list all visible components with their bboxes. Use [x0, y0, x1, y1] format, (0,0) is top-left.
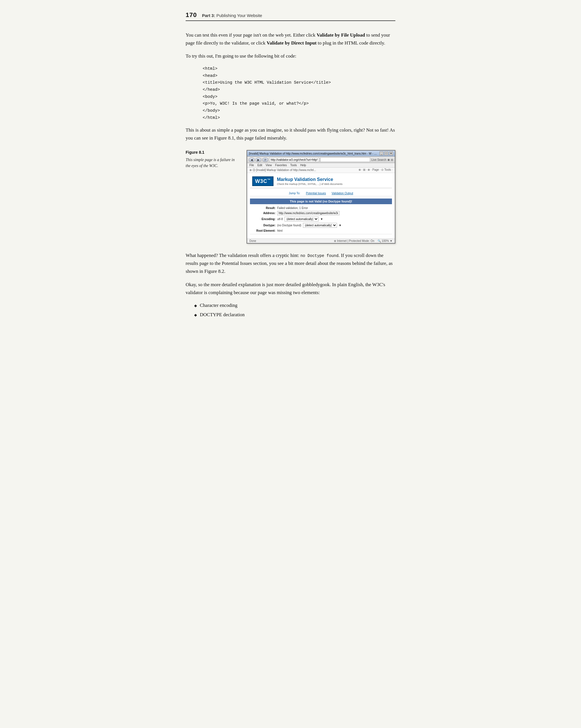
browser-window: [Invalid] Markup Validation of http://ww…: [247, 150, 395, 243]
zoom-dropdown-icon[interactable]: ▼: [390, 239, 392, 242]
browser-titlebar: [Invalid] Markup Validation of http://ww…: [247, 151, 395, 157]
figure-area: Figure 8.1 This simple page is a failure…: [186, 150, 395, 243]
code-line-1: <html>: [203, 65, 395, 72]
bullet-text-2: DOCTYPE declaration: [200, 311, 245, 318]
page-icon[interactable]: ⊕: [387, 158, 390, 161]
close-button[interactable]: ✕: [389, 152, 393, 155]
doctype-select[interactable]: (detect automatically): [303, 223, 337, 228]
browser-menubar: File Edit View Favorites Tools Help: [247, 163, 395, 167]
menu-edit[interactable]: Edit: [257, 164, 262, 167]
result-value: Failed validation, 1 Error: [277, 206, 308, 210]
try-paragraph: To try this out, I'm going to use the fo…: [186, 52, 395, 60]
root-label: Root Element:: [250, 229, 275, 232]
menu-tools[interactable]: Tools: [290, 164, 297, 167]
statusbar-right: ⊕ Internet | Protected Mode: On 🔍 100% ▼: [334, 239, 392, 242]
browser-toolbar: ◀ ▶ ⟳ Live Search ⊕ ⊙: [247, 157, 395, 163]
w3c-result-bar: This page is not Valid (no Doctype found…: [250, 199, 392, 204]
w3c-service-sub: Check the markup (HTML, XHTML, ...) of W…: [277, 183, 342, 185]
bold-validate-direct: Validate by Direct Input: [267, 40, 316, 46]
jump-to-label: Jump To:: [289, 192, 300, 195]
intro-paragraph: You can test this even if your page isn'…: [186, 31, 395, 47]
figure-label-col: Figure 8.1 This simple page is a failure…: [186, 150, 238, 169]
w3c-service-info: Markup Validation Service Check the mark…: [277, 177, 342, 185]
doctype-row: Doctype: (no Doctype found) (detect auto…: [250, 223, 392, 228]
what-happened-paragraph: What happened? The validation result off…: [186, 252, 395, 276]
figure-label: Figure 8.1: [186, 150, 238, 155]
diamond-icon-1: ◆: [194, 303, 197, 309]
code-block: <html> <head> <title>Using the W3C HTML …: [203, 65, 395, 121]
browser-statusbar: Done ⊕ Internet | Protected Mode: On 🔍 1…: [247, 238, 395, 243]
doctype-value: (no Doctype found): [277, 224, 301, 227]
menu-help[interactable]: Help: [300, 164, 306, 167]
code-line-2: <head>: [203, 72, 395, 79]
doctype-dropdown-icon: ▼: [339, 224, 341, 227]
browser-title-text: [Invalid] Markup Validation of http://ww…: [249, 152, 378, 155]
encoding-value: utf-8: [277, 217, 283, 220]
w3c-logo: W3C™: [252, 176, 274, 186]
w3c-nav: Jump To: Potential Issues Validation Out…: [250, 190, 392, 196]
encoding-label: Encoding:: [250, 217, 275, 220]
address-bar[interactable]: [269, 157, 319, 162]
maximize-button[interactable]: □: [384, 152, 388, 155]
code-line-4: </head>: [203, 86, 395, 93]
zoom-level: 🔍 100%: [378, 239, 389, 242]
bold-validate-file: Validate by File Upload: [316, 32, 365, 38]
okay-paragraph: Okay, so the more detailed explanation i…: [186, 281, 395, 297]
inline-code-hint: no Doctype found: [300, 254, 338, 258]
what-happened-text-1: What happened? The validation result off…: [186, 253, 299, 258]
after-code-paragraph: This is about as simple a page as you ca…: [186, 126, 395, 142]
address-row: Address:: [250, 211, 392, 215]
code-line-8: </html>: [203, 114, 395, 121]
code-line-3: <title>Using the W3C HTML Validation Ser…: [203, 79, 395, 86]
nav-validation-output[interactable]: Validation Output: [332, 192, 353, 195]
titlebar-buttons: _ □ ✕: [380, 152, 393, 155]
browser-secondary-bar: ⊕ Ⓓ [Invalid] Markup Validation of http:…: [247, 167, 395, 173]
page-header: 170 Part 3: Publishing Your Website: [186, 11, 395, 21]
root-value: html: [277, 229, 282, 232]
w3c-content: W3C™ Markup Validation Service Check the…: [247, 173, 395, 238]
list-item-1: ◆ Character encoding: [194, 302, 395, 309]
forward-button[interactable]: ▶: [256, 158, 261, 162]
back-button[interactable]: ◀: [249, 158, 254, 162]
diamond-icon-2: ◆: [194, 312, 197, 318]
browser-right-icons: ⊕ ⊙: [387, 158, 393, 161]
secondary-bar-text: ⊕ Ⓓ [Invalid] Markup Validation of http:…: [249, 168, 316, 172]
result-row: Result: Failed validation, 1 Error: [250, 206, 392, 210]
root-row: Root Element: html: [250, 229, 392, 232]
menu-file[interactable]: File: [249, 164, 254, 167]
part-title: Publishing Your Website: [216, 13, 262, 18]
encoding-dropdown-icon: ▼: [320, 217, 323, 220]
statusbar-done: Done: [249, 239, 256, 242]
code-line-6: <p>Yo, W3C! Is the page valid, or what?<…: [203, 100, 395, 107]
live-search-label: Live Search: [371, 158, 386, 161]
page-number: 170: [186, 11, 197, 19]
encoding-row: Encoding: utf-8 (detect automatically) ▼: [250, 217, 392, 222]
menu-view[interactable]: View: [266, 164, 272, 167]
result-label: Result:: [250, 206, 275, 210]
refresh-button[interactable]: ⟳: [262, 158, 268, 162]
bullet-list: ◆ Character encoding ◆ DOCTYPE declarati…: [194, 302, 395, 318]
doctype-label: Doctype:: [250, 224, 275, 227]
list-item-2: ◆ DOCTYPE declaration: [194, 311, 395, 318]
w3c-header: W3C™ Markup Validation Service Check the…: [250, 175, 392, 188]
tools-icon[interactable]: ⊙: [391, 158, 393, 161]
search-input[interactable]: [320, 157, 370, 162]
menu-favorites[interactable]: Favorites: [275, 164, 287, 167]
encoding-select[interactable]: (detect automatically): [284, 217, 319, 222]
right-icons-text: ⊕ · ⊞ · ⊕ · Page · ⊙ Tools ·: [359, 168, 392, 171]
nav-potential-issues[interactable]: Potential Issues: [306, 192, 326, 195]
bullet-text-1: Character encoding: [200, 302, 238, 309]
address-label: Address:: [250, 212, 275, 215]
code-line-7: </body>: [203, 107, 395, 114]
w3c-service-title: Markup Validation Service: [277, 177, 342, 182]
minimize-button[interactable]: _: [380, 152, 384, 155]
address-field[interactable]: [277, 211, 339, 215]
part-label: Part 3:: [202, 13, 215, 18]
figure-caption: This simple page is a failure in the eye…: [186, 157, 238, 169]
internet-status: ⊕ Internet | Protected Mode: On: [334, 239, 374, 242]
w3c-footer-spacer: [250, 234, 392, 237]
code-line-5: <body>: [203, 93, 395, 100]
